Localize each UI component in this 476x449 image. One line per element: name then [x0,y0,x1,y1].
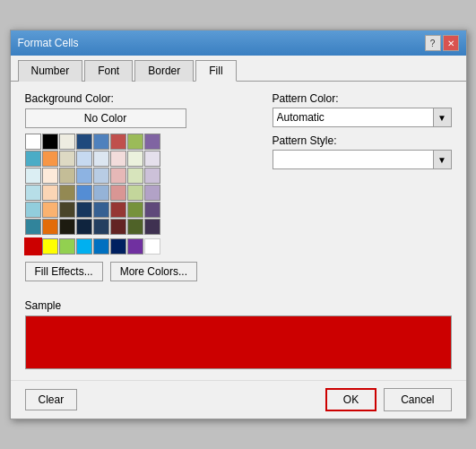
color-cell[interactable] [110,168,126,184]
color-cell[interactable] [42,219,58,235]
color-cell[interactable] [127,134,143,150]
color-cell[interactable] [25,185,41,201]
clear-button[interactable]: Clear [25,389,78,410]
tab-number[interactable]: Number [18,60,83,82]
background-color-label: Background Color: [25,92,255,105]
pattern-style-dropdown: ▼ [273,150,452,169]
pattern-style-arrow[interactable]: ▼ [434,150,452,169]
tab-bar: Number Font Border Fill [11,56,466,82]
color-cell[interactable] [76,185,92,201]
no-color-button[interactable]: No Color [25,108,186,128]
pattern-color-dropdown: ▼ [273,108,452,127]
color-cell[interactable] [110,219,126,235]
color-cell[interactable] [127,185,143,201]
color-cell[interactable] [59,202,75,218]
pattern-style-label: Pattern Style: [273,134,452,147]
color-cell[interactable] [76,134,92,150]
color-cell[interactable] [59,134,75,150]
sample-section: Sample [25,299,452,369]
color-grid [25,134,255,235]
color-cell[interactable] [144,185,160,201]
color-cell[interactable] [42,134,58,150]
color-cell[interactable] [42,168,58,184]
color-cell[interactable] [25,134,41,150]
color-cell[interactable] [25,168,41,184]
color-cell[interactable] [127,202,143,218]
pattern-color-arrow[interactable]: ▼ [434,108,452,127]
color-cell[interactable] [144,134,160,150]
sample-preview [25,315,452,369]
color-cell[interactable] [59,219,75,235]
color-cell[interactable] [42,202,58,218]
color-cell[interactable] [25,202,41,218]
action-buttons: Fill Effects... More Colors... [25,262,255,281]
tab-font[interactable]: Font [84,60,133,82]
color-cell[interactable] [127,238,143,255]
color-cell[interactable] [59,168,75,184]
color-cell[interactable] [144,202,160,218]
dialog-footer: Clear OK Cancel [11,380,466,419]
more-colors-button[interactable]: More Colors... [110,262,197,281]
color-cell[interactable] [110,134,126,150]
fill-effects-button[interactable]: Fill Effects... [25,262,103,281]
ok-button[interactable]: OK [325,388,376,411]
color-cell[interactable] [25,151,41,167]
color-cell[interactable] [76,219,92,235]
color-cell[interactable] [93,134,109,150]
color-cell[interactable] [110,151,126,167]
color-cell[interactable] [144,151,160,167]
color-cell[interactable] [76,202,92,218]
tab-border[interactable]: Border [134,60,194,82]
color-cell[interactable] [110,202,126,218]
color-cell[interactable] [127,151,143,167]
tab-fill[interactable]: Fill [195,60,236,82]
color-cell[interactable] [144,168,160,184]
cancel-button[interactable]: Cancel [384,388,451,411]
right-column: Pattern Color: ▼ Pattern Style: ▼ [273,92,452,292]
color-cell[interactable] [93,202,109,218]
pattern-color-input[interactable] [273,108,434,127]
color-cell[interactable] [127,219,143,235]
color-cell[interactable] [93,185,109,201]
sample-label: Sample [25,299,452,312]
color-cell[interactable] [93,219,109,235]
format-cells-dialog: Format Cells ? ✕ Number Font Border Fill… [10,30,467,419]
color-cell[interactable] [110,238,126,255]
color-cell[interactable] [59,151,75,167]
footer-left: Clear [25,389,78,410]
color-cell[interactable] [59,185,75,201]
dialog-content: Background Color: No Color [11,82,466,380]
pattern-color-label: Pattern Color: [273,92,452,105]
footer-right: OK Cancel [325,388,452,411]
dialog-title: Format Cells [18,37,79,49]
color-cell[interactable] [127,168,143,184]
recent-colors [25,238,255,255]
color-cell[interactable] [76,238,92,255]
color-cell[interactable] [93,151,109,167]
color-cell[interactable] [76,168,92,184]
color-cell[interactable] [25,219,41,235]
help-button[interactable]: ? [425,35,441,51]
close-button[interactable]: ✕ [443,35,459,51]
pattern-color-section: Pattern Color: ▼ [273,92,452,127]
color-cell[interactable] [93,238,109,255]
title-bar: Format Cells ? ✕ [11,30,466,56]
pattern-style-input[interactable] [273,150,434,169]
color-cell[interactable] [42,151,58,167]
two-column-layout: Background Color: No Color [25,92,452,292]
color-cell[interactable] [59,238,75,255]
color-cell[interactable] [110,185,126,201]
title-bar-buttons: ? ✕ [425,35,459,51]
color-cell[interactable] [42,185,58,201]
left-column: Background Color: No Color [25,92,255,292]
color-cell[interactable] [42,238,58,255]
color-cell[interactable] [144,238,160,255]
color-cell[interactable] [76,151,92,167]
color-cell[interactable] [144,219,160,235]
color-cell[interactable] [93,168,109,184]
selected-color-cell[interactable] [25,238,41,255]
pattern-style-section: Pattern Style: ▼ [273,134,452,169]
